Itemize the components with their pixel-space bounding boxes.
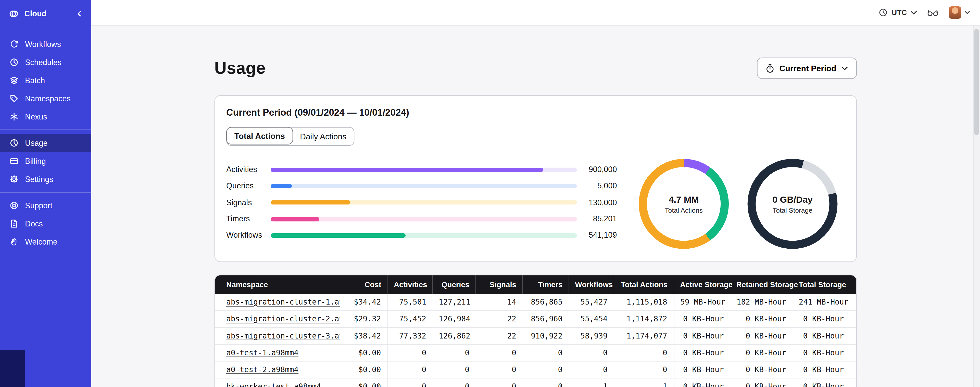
timezone-selector[interactable]: UTC: [879, 8, 917, 17]
namespace-link[interactable]: a0-test-2.a98mm4: [226, 365, 298, 374]
cell-active-storage: 0 KB-Hour: [674, 361, 730, 378]
table-row: abs-migration-cluster-2.a98mm4 $29.32 75…: [215, 311, 857, 328]
cell-total-storage: 0 KB-Hour: [792, 344, 857, 361]
cell-activities: 75,452: [387, 311, 432, 328]
cell-queries: 0: [433, 361, 476, 378]
cell-total-actions: 0: [614, 361, 674, 378]
timezone-label: UTC: [891, 8, 907, 17]
cell-total-actions: 1: [614, 378, 674, 387]
col-header-workflows: Workflows: [569, 275, 614, 294]
sidebar-item-namespaces[interactable]: Namespaces: [0, 90, 91, 107]
sidebar-item-label: Usage: [25, 139, 48, 147]
sidebar-brand[interactable]: Cloud: [0, 0, 91, 27]
gear-icon: [10, 174, 19, 184]
cell-retained-storage: 0 KB-Hour: [730, 378, 792, 387]
cell-retained-storage: 182 MB-Hour: [730, 294, 792, 311]
namespace-usage-table-card: Namespace Cost Activities Queries Signal…: [214, 275, 857, 387]
bar-row-signals: Signals 130,000: [226, 194, 617, 211]
sidebar-item-nexus[interactable]: Nexus: [0, 107, 91, 126]
bar-fill: [270, 233, 405, 238]
cell-retained-storage: 0 KB-Hour: [730, 361, 792, 378]
namespace-link[interactable]: abs-migration-cluster-1.a98mm4: [226, 297, 340, 306]
usage-bar-chart: Activities 900,000 Queries 5,000 Signals: [226, 162, 617, 249]
sidebar-group-help: Support Docs Welcome: [0, 192, 91, 251]
cell-activities: 0: [387, 378, 432, 387]
cell-total-actions: 0: [614, 344, 674, 361]
user-avatar[interactable]: [949, 6, 961, 19]
total-actions-donut: 4.7 MM Total Actions: [639, 159, 729, 249]
table-row: a0-test-2.a98mm4 $0.00 0 0 0 0 0 0 0 KB-…: [215, 361, 857, 378]
cell-total-actions: 1,114,872: [614, 311, 674, 328]
sidebar-item-label: Schedules: [25, 58, 62, 67]
cell-cost: $0.00: [340, 361, 387, 378]
cell-workflows: 55,427: [569, 294, 614, 311]
cell-active-storage: 0 KB-Hour: [674, 311, 730, 328]
billing-icon: [10, 157, 19, 166]
cell-total-storage: 0 KB-Hour: [792, 378, 857, 387]
col-header-cost: Cost: [340, 275, 387, 294]
total-storage-donut: 0 GB/Day Total Storage: [748, 159, 838, 249]
scrollbar-thumb[interactable]: [974, 29, 979, 135]
sidebar-item-usage[interactable]: Usage: [0, 134, 91, 152]
namespace-link[interactable]: bk-worker-test.a98mm4: [226, 382, 321, 387]
cell-total-storage: 0 KB-Hour: [792, 311, 857, 328]
col-header-total-actions: Total Actions: [614, 275, 674, 294]
total-actions-value: 4.7 MM: [668, 194, 698, 204]
col-header-retained-storage: Retained Storage: [730, 275, 792, 294]
sidebar-item-settings[interactable]: Settings: [0, 170, 91, 188]
table-row: a0-test-1.a98mm4 $0.00 0 0 0 0 0 0 0 KB-…: [215, 344, 857, 361]
stopwatch-icon: [766, 64, 775, 73]
sidebar-item-schedules[interactable]: Schedules: [0, 53, 91, 71]
sidebar-item-label: Nexus: [25, 112, 47, 121]
document-icon: [10, 219, 19, 229]
namespace-link[interactable]: abs-migration-cluster-2.a98mm4: [226, 315, 340, 323]
tab-daily-actions[interactable]: Daily Actions: [292, 128, 354, 145]
temporal-logo-icon: [9, 9, 19, 19]
sidebar-item-support[interactable]: Support: [0, 196, 91, 214]
cell-signals: 0: [476, 361, 523, 378]
cell-active-storage: 0 KB-Hour: [674, 378, 730, 387]
cell-signals: 0: [476, 344, 523, 361]
user-menu[interactable]: [949, 6, 970, 19]
bar-fill: [270, 217, 320, 221]
period-selector-button[interactable]: Current Period: [757, 58, 857, 78]
sidebar-item-batch[interactable]: Batch: [0, 71, 91, 90]
cell-timers: 910,922: [522, 328, 569, 344]
cell-timers: 0: [522, 361, 569, 378]
table-header-row: Namespace Cost Activities Queries Signal…: [215, 275, 857, 294]
sidebar-item-welcome[interactable]: Welcome: [0, 233, 91, 251]
sidebar-item-docs[interactable]: Docs: [0, 214, 91, 233]
sidebar-collapse-button[interactable]: [76, 11, 83, 17]
chevron-down-icon: [911, 10, 917, 14]
cell-retained-storage: 0 KB-Hour: [730, 311, 792, 328]
cell-activities: 77,332: [387, 328, 432, 344]
namespace-link[interactable]: a0-test-1.a98mm4: [226, 349, 298, 357]
page-scrollbar[interactable]: [973, 26, 980, 387]
col-header-total-storage: Total Storage: [792, 275, 857, 294]
bar-row-activities: Activities 900,000: [226, 162, 617, 178]
tab-total-actions[interactable]: Total Actions: [226, 127, 293, 144]
chevron-down-icon: [964, 11, 970, 14]
bar-value: 541,109: [577, 231, 617, 240]
nexus-icon: [10, 112, 19, 122]
cell-queries: 0: [433, 344, 476, 361]
bar-label: Timers: [226, 215, 270, 223]
cell-cost: $0.00: [340, 344, 387, 361]
actions-tab-group: Total Actions Daily Actions: [226, 127, 355, 146]
bar-value: 5,000: [577, 182, 617, 190]
cell-cost: $38.42: [340, 328, 387, 344]
cell-active-storage: 0 KB-Hour: [674, 328, 730, 344]
app-window: Cloud Workflows Schedules Batch Namespac…: [0, 0, 980, 387]
glasses-icon[interactable]: [927, 8, 939, 17]
bar-label: Signals: [226, 198, 270, 207]
sidebar-item-label: Workflows: [25, 40, 61, 48]
bar-value: 130,000: [577, 198, 617, 207]
cell-retained-storage: 0 KB-Hour: [730, 328, 792, 344]
namespace-link[interactable]: abs-migration-cluster-3.a98mm4: [226, 332, 340, 340]
sidebar-item-workflows[interactable]: Workflows: [0, 35, 91, 53]
cell-total-storage: 241 MB-Hour: [792, 294, 857, 311]
sidebar-item-billing[interactable]: Billing: [0, 152, 91, 170]
sidebar-item-label: Support: [25, 201, 52, 210]
cell-signals: 22: [476, 328, 523, 344]
col-header-active-storage: Active Storage: [674, 275, 730, 294]
